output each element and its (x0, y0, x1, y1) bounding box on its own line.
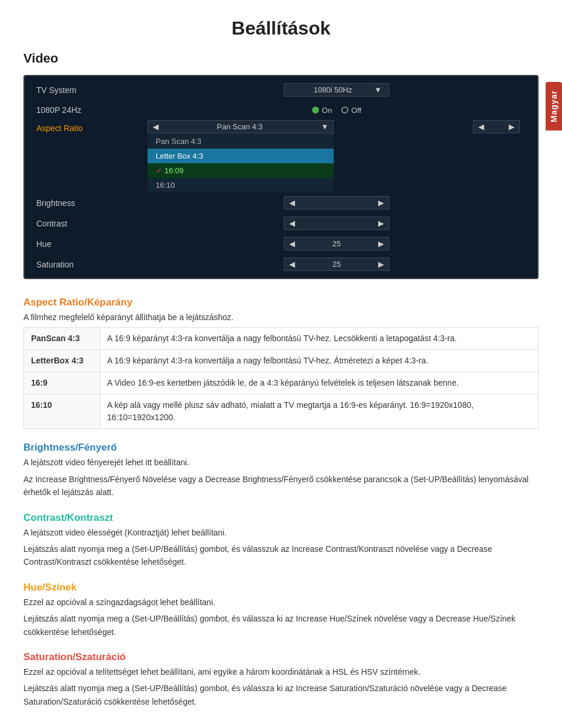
page-number: 19 (0, 712, 562, 728)
saturation-heading: Saturation/Szaturáció (23, 651, 539, 663)
dd-item-16-10[interactable]: 16:10 (148, 178, 334, 193)
on-option[interactable]: On (312, 106, 332, 115)
tv-label-hue: Hue (36, 239, 148, 249)
tv-row-1080p: 1080P 24Hz On Off (25, 100, 537, 120)
dd-item-panscan[interactable]: Pan Scan 4:3 (148, 134, 334, 149)
contrast-heading: Contrast/Kontraszt (23, 512, 539, 524)
arrow-right-contrast: ▶ (378, 219, 384, 228)
aspect-ratio-heading: Aspect Ratio/Képarány (23, 297, 539, 308)
arrow-left-brightness: ◀ (289, 198, 295, 207)
contrast-text1: A lejátszott video élességét (Kontraztjá… (23, 526, 539, 539)
brightness-heading: Brightness/Fényerő (23, 442, 539, 454)
text-letterbox: A 16:9 képarányt 4:3-ra konvertálja a na… (100, 350, 539, 372)
tv-controls-brightness: ◀ ▶ (148, 196, 526, 210)
tv-label-1080p: 1080P 24Hz (36, 105, 148, 115)
arrow-left-saturation: ◀ (289, 260, 295, 269)
arrow-left-aspect-right: ◀ (478, 122, 484, 131)
value-hue: 25 (295, 239, 378, 248)
off-radio (341, 107, 348, 114)
tv-value-hue[interactable]: ◀ 25 ▶ (284, 237, 389, 250)
brightness-text2: Az Increase Brightness/Fényerő Növelése … (23, 473, 539, 499)
dd-item-letterbox[interactable]: Letter Box 4:3 (148, 149, 334, 163)
tv-row-aspect: Aspect Ratio ◀ Pan Scan 4:3 ▼ Pan Scan 4… (25, 120, 537, 193)
arrow-right-system: ▼ (374, 85, 382, 94)
table-row-16-10: 16:10 A kép alá vagy mellé plusz sáv adh… (24, 394, 539, 429)
arrow-left-hue: ◀ (289, 239, 295, 248)
tv-value-brightness[interactable]: ◀ ▶ (284, 196, 389, 210)
checkmark-16-9: ✓ (156, 166, 162, 175)
brightness-text1: A lejátszott video fényerejét lehet itt … (23, 456, 539, 469)
arrow-right-aspect: ▼ (321, 122, 328, 131)
tv-label-contrast: Contrast (36, 219, 148, 228)
tv-controls-saturation: ◀ 25 ▶ (148, 257, 526, 271)
off-label: Off (351, 106, 361, 115)
aspect-ratio-intro: A filmhez megfelelő képarányt állíthatja… (23, 311, 539, 324)
text-16-9: A Video 16:9-es kertetben játszódik le, … (100, 372, 539, 394)
tv-dropdown-aspect: ◀ Pan Scan 4:3 ▼ Pan Scan 4:3 Letter Box… (148, 120, 334, 193)
hue-heading: Hue/Színek (23, 582, 539, 593)
on-radio (312, 107, 319, 114)
tv-controls-contrast: ◀ ▶ (148, 217, 526, 230)
table-row-panscan: PanScan 4:3 A 16:9 képarányt 4:3-ra konv… (24, 328, 539, 350)
table-row-letterbox: LetterBox 4:3 A 16:9 képarányt 4:3-ra ko… (24, 350, 539, 372)
text-16-10: A kép alá vagy mellé plusz sáv adható, m… (100, 394, 539, 429)
saturation-text2: Lejátszás alatt nyomja meg a (Set-UP/Beá… (23, 682, 539, 708)
off-option[interactable]: Off (341, 106, 361, 115)
arrow-right-saturation: ▶ (378, 260, 384, 269)
tv-controls-hue: ◀ 25 ▶ (148, 237, 526, 250)
text-panscan: A 16:9 képarányt 4:3-ra konvertálja a na… (100, 328, 539, 350)
label-letterbox: LetterBox 4:3 (24, 350, 100, 372)
arrow-left-aspect: ◀ (153, 122, 159, 131)
value-system: 1080i 50Hz (314, 85, 352, 94)
tv-value-system[interactable]: 1080i 50Hz ▼ (284, 83, 389, 97)
label-16-9: 16:9 (24, 372, 100, 394)
tv-controls-1080p: On Off (148, 106, 526, 115)
main-content: Aspect Ratio/Képarány A filmhez megfelel… (0, 297, 562, 708)
contrast-text2: Lejátszás alatt nyomja meg a (Set-UP/Beá… (23, 542, 539, 569)
side-tab: Magyar (546, 82, 562, 131)
tv-screen: TV System 1080i 50Hz ▼ 1080P 24Hz On Off (23, 75, 539, 279)
tv-label-system: TV System (36, 85, 148, 95)
aspect-ratio-table: PanScan 4:3 A 16:9 képarányt 4:3-ra konv… (23, 327, 539, 429)
section-video-label: Video (0, 45, 562, 75)
arrow-right-hue: ▶ (378, 239, 384, 248)
tv-row-system: TV System 1080i 50Hz ▼ (25, 80, 537, 100)
page-title: Beállítások (0, 0, 562, 45)
onoff-group: On Off (312, 106, 361, 115)
hue-text1: Ezzel az opcióval a színgazdagságot lehe… (23, 596, 539, 609)
value-aspect: Pan Scan 4:3 (217, 122, 263, 131)
tv-row-contrast: Contrast ◀ ▶ (25, 213, 537, 233)
value-saturation: 25 (295, 260, 378, 269)
table-row-16-9: 16:9 A Video 16:9-es kertetben játszódik… (24, 372, 539, 394)
label-panscan: PanScan 4:3 (24, 328, 100, 350)
dd-item-16-9[interactable]: ✓16:09 (148, 163, 334, 178)
arrow-left-contrast: ◀ (289, 219, 295, 228)
hue-text2: Lejátszás alatt nyomja meg a (Set-UP/Beá… (23, 612, 539, 638)
tv-label-saturation: Saturation (36, 260, 148, 269)
label-16-10: 16:10 (24, 394, 100, 429)
on-label: On (322, 106, 332, 115)
tv-row-brightness: Brightness ◀ ▶ (25, 193, 537, 213)
tv-value-saturation[interactable]: ◀ 25 ▶ (284, 257, 389, 271)
arrow-right-aspect-right: ▶ (509, 122, 515, 131)
tv-label-brightness: Brightness (36, 198, 148, 208)
tv-value-contrast[interactable]: ◀ ▶ (284, 217, 389, 230)
tv-row-saturation: Saturation ◀ 25 ▶ (25, 254, 537, 274)
tv-controls-system: 1080i 50Hz ▼ (148, 83, 526, 97)
tv-row-hue: Hue ◀ 25 ▶ (25, 233, 537, 254)
saturation-text1: Ezzel az opcióval a telítettséget lehet … (23, 665, 539, 678)
tv-label-aspect: Aspect Ratio (36, 120, 148, 133)
arrow-right-brightness: ▶ (378, 198, 384, 207)
